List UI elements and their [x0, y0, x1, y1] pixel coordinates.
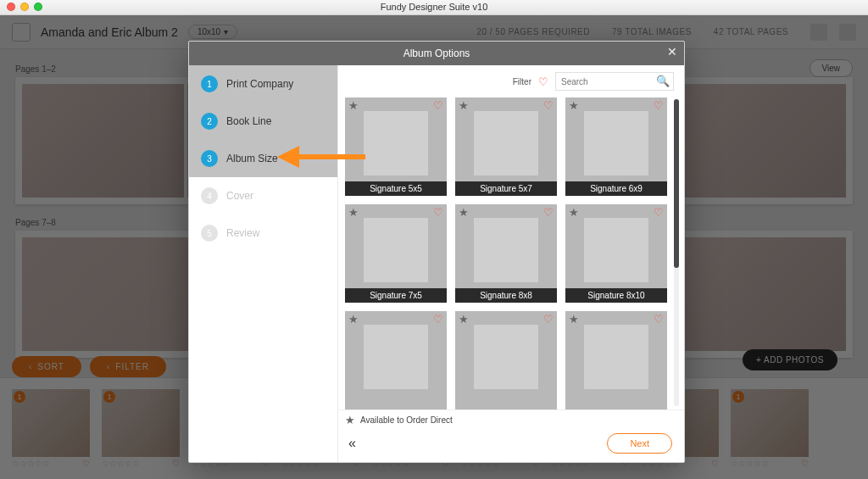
star-icon: ★ [345, 414, 355, 426]
sort-button-label: SORT [37, 362, 64, 371]
wizard-steps: 1Print Company 2Book Line 3Album Size 4C… [189, 65, 338, 462]
option-label: Signature 5x7 [455, 181, 557, 196]
filter-label: Filter [513, 77, 531, 86]
star-icon: ★ [569, 206, 579, 219]
option-label: Signature 8x10 [565, 288, 667, 303]
chevron-down-icon: ▾ [224, 27, 228, 36]
step-cover[interactable]: 4Cover [189, 177, 337, 214]
window-title: Fundy Designer Suite v10 [0, 2, 868, 12]
cloud-icon[interactable] [810, 24, 827, 41]
step-book-line[interactable]: 2Book Line [189, 103, 337, 140]
album-size-option[interactable]: ★♡Signature 5x7 [455, 97, 557, 196]
rating-stars[interactable]: ☆☆☆☆☆♡ [731, 459, 809, 468]
step-album-size[interactable]: 3Album Size [189, 140, 337, 177]
star-icon: ★ [459, 99, 469, 112]
sort-button[interactable]: ‹ SORT [12, 356, 81, 377]
album-size-option[interactable]: ★♡ [565, 311, 667, 409]
back-button[interactable]: « [348, 436, 356, 451]
heart-icon[interactable]: ♡ [543, 313, 554, 326]
heart-icon[interactable]: ♡ [711, 459, 719, 468]
heart-icon[interactable]: ♡ [433, 206, 443, 219]
thumb-badge: 1 [732, 391, 744, 403]
step-review[interactable]: 5Review [189, 214, 337, 252]
step-label: Print Company [226, 78, 293, 90]
grid-scrollbar[interactable] [674, 99, 679, 406]
modal-header: Album Options ✕ [189, 42, 684, 65]
heart-icon[interactable]: ♡ [654, 313, 664, 326]
step-number: 5 [201, 225, 218, 242]
star-icon: ★ [569, 99, 579, 112]
rating-stars[interactable]: ☆☆☆☆☆♡ [102, 459, 180, 468]
album-options-modal: Album Options ✕ 1Print Company 2Book Lin… [188, 41, 685, 463]
close-icon[interactable]: ✕ [667, 45, 677, 58]
option-label: Signature 8x8 [455, 288, 557, 303]
modal-title: Album Options [403, 47, 470, 59]
option-label: Signature 6x9 [565, 181, 667, 196]
total-images-label: 79 TOTAL IMAGES [612, 27, 692, 36]
album-size-option[interactable]: ★♡Signature 6x9 [565, 97, 667, 196]
filter-button-label: FILTER [115, 362, 149, 371]
heart-icon[interactable]: ♡ [801, 459, 809, 468]
album-size-value: 10x10 [198, 27, 220, 36]
heart-icon[interactable]: ♡ [543, 99, 554, 112]
rating-stars[interactable]: ☆☆☆☆☆♡ [12, 459, 90, 468]
thumb-badge: 1 [103, 391, 115, 403]
order-direct-legend: ★ Available to Order Direct [338, 409, 684, 426]
album-size-grid: ★♡Signature 5x5 ★♡Signature 5x7 ★♡Signat… [345, 97, 667, 409]
add-photos-button[interactable]: + ADD PHOTOS [743, 349, 837, 370]
album-size-option[interactable]: ★♡ [345, 311, 447, 409]
step-number: 2 [201, 113, 218, 130]
window-titlebar: Fundy Designer Suite v10 [0, 0, 868, 15]
star-icon: ★ [348, 206, 359, 219]
album-size-option[interactable]: ★♡Signature 7x5 [345, 204, 447, 303]
app-logo-icon [12, 23, 31, 42]
legend-text: Available to Order Direct [360, 415, 453, 425]
album-size-pill[interactable]: 10x10▾ [188, 25, 237, 39]
heart-icon[interactable]: ♡ [654, 99, 664, 112]
step-number: 4 [201, 187, 218, 204]
heart-icon[interactable]: ♡ [82, 459, 90, 468]
heart-icon[interactable]: ♡ [433, 313, 443, 326]
search-icon[interactable]: 🔍 [656, 75, 670, 87]
export-icon[interactable] [839, 24, 856, 41]
album-size-option[interactable]: ★♡ [455, 311, 557, 409]
filmstrip-thumb[interactable]: 1☆☆☆☆☆♡ [102, 389, 180, 468]
thumb-badge: 1 [14, 391, 25, 403]
star-icon: ★ [569, 313, 579, 326]
heart-icon[interactable]: ♡ [433, 99, 443, 112]
step-number: 3 [201, 150, 218, 167]
total-pages-label: 42 TOTAL PAGES [714, 27, 788, 36]
pages-required-status: 20 / 50 pages required [476, 27, 590, 36]
next-button[interactable]: Next [607, 433, 672, 454]
heart-icon[interactable]: ♡ [172, 459, 180, 468]
filmstrip-thumb[interactable]: 1☆☆☆☆☆♡ [12, 389, 90, 468]
step-label: Album Size [226, 153, 278, 164]
step-label: Cover [226, 190, 253, 202]
album-size-option[interactable]: ★♡Signature 5x5 [345, 97, 447, 196]
star-icon: ★ [459, 313, 469, 326]
option-label: Signature 7x5 [345, 288, 447, 303]
album-size-option[interactable]: ★♡Signature 8x8 [455, 204, 557, 303]
star-icon: ★ [348, 313, 359, 326]
step-label: Review [226, 227, 259, 239]
album-title: Amanda and Eric Album 2 [41, 25, 178, 39]
star-icon: ★ [459, 206, 469, 219]
heart-icon[interactable]: ♡ [654, 206, 664, 219]
step-number: 1 [201, 75, 218, 92]
star-icon: ★ [348, 99, 359, 112]
option-label: Signature 5x5 [345, 181, 447, 196]
filmstrip-thumb[interactable]: 1☆☆☆☆☆♡ [731, 389, 809, 468]
step-label: Book Line [226, 115, 271, 127]
filter-button[interactable]: ‹ FILTER [90, 356, 166, 377]
filter-heart-icon[interactable]: ♡ [538, 75, 548, 88]
heart-icon[interactable]: ♡ [543, 206, 554, 219]
step-print-company[interactable]: 1Print Company [189, 65, 337, 103]
album-size-option[interactable]: ★♡Signature 8x10 [565, 204, 667, 303]
